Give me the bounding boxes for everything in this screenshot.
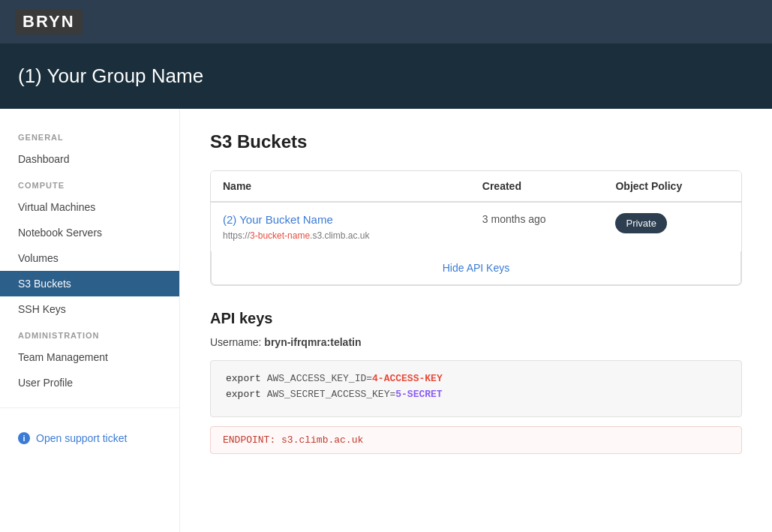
group-name: (1) Your Group Name bbox=[18, 65, 754, 88]
col-policy: Object Policy bbox=[603, 171, 741, 202]
code-value-secret: 5-SECRET bbox=[395, 389, 442, 400]
code-keyword-2: export bbox=[226, 389, 261, 400]
sidebar-item-ssh-keys[interactable]: SSH Keys bbox=[0, 296, 179, 322]
code-line-secret: export AWS_SECRET_ACCESS_KEY=5-SECRET bbox=[226, 389, 726, 400]
hide-api-keys-link[interactable]: Hide API Keys bbox=[443, 262, 510, 274]
group-banner: (1) Your Group Name bbox=[0, 44, 772, 109]
col-name: Name bbox=[211, 171, 470, 202]
support-link[interactable]: i Open support ticket bbox=[0, 420, 179, 456]
sidebar-item-user-profile[interactable]: User Profile bbox=[0, 370, 179, 395]
sidebar-item-dashboard[interactable]: Dashboard bbox=[0, 146, 179, 172]
table-row: (2) Your Bucket Name https://3-bucket-na… bbox=[211, 202, 741, 251]
code-keyword-1: export bbox=[226, 373, 261, 384]
bucket-name-cell: (2) Your Bucket Name https://3-bucket-na… bbox=[211, 202, 470, 251]
code-var-1: AWS_ACCESS_KEY_ID= bbox=[267, 373, 372, 384]
bucket-url-suffix: .s3.climb.ac.uk bbox=[310, 230, 369, 241]
sidebar-item-team-management[interactable]: Team Management bbox=[0, 344, 179, 370]
bucket-created: 3 months ago bbox=[482, 213, 546, 225]
username-value: bryn-ifrqmra:telatin bbox=[264, 336, 361, 348]
support-link-label: Open support ticket bbox=[36, 432, 127, 444]
sidebar: GENERAL Dashboard COMPUTE Virtual Machin… bbox=[0, 109, 180, 532]
endpoint-value: s3.climb.ac.uk bbox=[281, 434, 363, 446]
policy-badge: Private bbox=[615, 213, 666, 233]
api-keys-section: API keys Username: bryn-ifrqmra:telatin … bbox=[210, 310, 742, 454]
logo: BRYN bbox=[15, 9, 83, 35]
sidebar-item-volumes[interactable]: Volumes bbox=[0, 245, 179, 271]
bucket-url: https://3-bucket-name.s3.climb.ac.uk bbox=[223, 230, 369, 241]
hide-api-keys-toggle[interactable]: Hide API Keys bbox=[211, 251, 741, 285]
username-label: Username: bbox=[210, 336, 261, 348]
endpoint-block: ENDPOINT: s3.climb.ac.uk bbox=[210, 426, 742, 454]
main-content: S3 Buckets Name Created Object Policy (2… bbox=[180, 109, 772, 532]
layout: GENERAL Dashboard COMPUTE Virtual Machin… bbox=[0, 109, 772, 532]
sidebar-divider bbox=[0, 407, 179, 408]
buckets-table: Name Created Object Policy (2) Your Buck… bbox=[211, 171, 741, 251]
bucket-url-prefix: https:// bbox=[223, 230, 250, 241]
bucket-created-cell: 3 months ago bbox=[470, 202, 604, 251]
bucket-policy-cell: Private bbox=[603, 202, 741, 251]
api-keys-title: API keys bbox=[210, 310, 742, 327]
sidebar-item-virtual-machines[interactable]: Virtual Machines bbox=[0, 194, 179, 220]
code-value-access: 4-ACCESS-KEY bbox=[372, 373, 443, 384]
buckets-table-container: Name Created Object Policy (2) Your Buck… bbox=[210, 170, 742, 286]
sidebar-section-compute: COMPUTE bbox=[0, 172, 179, 194]
code-var-2: AWS_SECRET_ACCESS_KEY= bbox=[267, 389, 396, 400]
info-icon: i bbox=[18, 432, 30, 444]
sidebar-section-administration: ADMINISTRATION bbox=[0, 322, 179, 344]
sidebar-section-general: GENERAL bbox=[0, 124, 179, 146]
bucket-url-highlight: 3-bucket-name bbox=[250, 230, 310, 241]
endpoint-label: ENDPOINT: bbox=[223, 434, 275, 446]
code-line-access: export AWS_ACCESS_KEY_ID=4-ACCESS-KEY bbox=[226, 373, 726, 384]
api-keys-code-block: export AWS_ACCESS_KEY_ID=4-ACCESS-KEY ex… bbox=[210, 360, 742, 417]
sidebar-item-notebook-servers[interactable]: Notebook Servers bbox=[0, 220, 179, 245]
bucket-name-link[interactable]: (2) Your Bucket Name bbox=[223, 213, 458, 226]
header: BRYN bbox=[0, 0, 772, 44]
col-created: Created bbox=[470, 171, 604, 202]
sidebar-item-s3-buckets[interactable]: S3 Buckets bbox=[0, 271, 179, 296]
page-title: S3 Buckets bbox=[210, 131, 742, 152]
api-username: Username: bryn-ifrqmra:telatin bbox=[210, 336, 742, 348]
